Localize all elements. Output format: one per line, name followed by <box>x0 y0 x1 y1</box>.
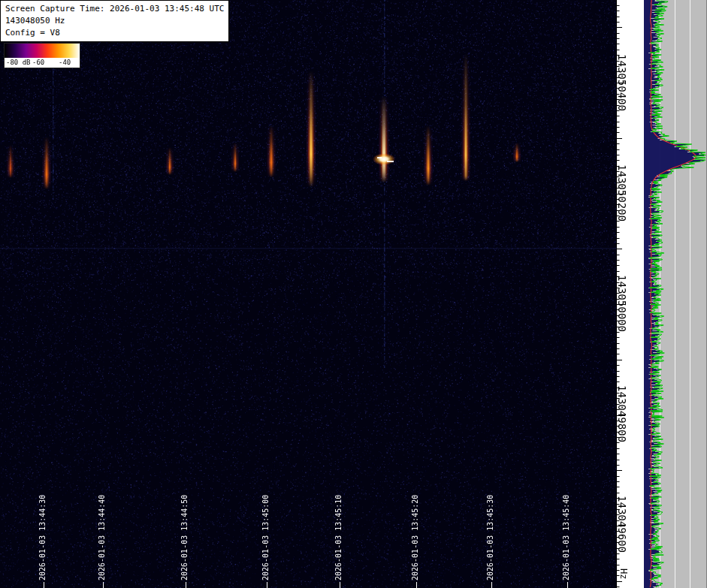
time-tick-label: 2026-01-03 13:44:40 <box>98 495 106 580</box>
time-tick-mark <box>103 582 104 588</box>
colorbar-gradient <box>5 44 80 58</box>
capture-info-box: Screen Capture Time: 2026-01-03 13:45:48… <box>0 0 229 42</box>
freq-tick-label: 143050000 <box>616 275 628 332</box>
colorbar-label: -80 dB <box>6 59 31 66</box>
frequency-labels: 1430504001430502001430500001430498001430… <box>616 0 644 588</box>
frequency-ruler: 1430504001430502001430500001430498001430… <box>616 0 644 588</box>
time-tick-mark <box>267 582 267 588</box>
frequency-unit-label: Hz <box>618 568 629 579</box>
freq-tick-label: 143049600 <box>616 496 628 553</box>
time-tick-mark <box>340 582 340 588</box>
freq-tick-label: 143050200 <box>616 164 628 222</box>
time-tick-label: 2026-01-03 13:44:30 <box>38 495 47 580</box>
freq-tick-label: 143049800 <box>616 385 628 442</box>
time-tick-mark <box>416 582 417 588</box>
center-frequency-text: 143048050 Hz <box>5 15 224 27</box>
time-tick-label: 2026-01-03 13:45:10 <box>334 495 343 580</box>
spectrogram-screen-capture: 2026-01-03 13:44:302026-01-03 13:44:4020… <box>0 0 707 588</box>
time-tick-label: 2026-01-03 13:45:20 <box>411 495 419 580</box>
time-tick-mark <box>186 582 186 588</box>
freq-tick-label: 143050400 <box>616 54 628 111</box>
colorbar-label: -60 <box>32 59 44 66</box>
time-tick-label: 2026-01-03 13:44:50 <box>180 495 189 580</box>
time-tick-label: 2026-01-03 13:45:40 <box>562 495 570 580</box>
time-tick-label: 2026-01-03 13:45:00 <box>261 495 270 580</box>
capture-time-text: Screen Capture Time: 2026-01-03 13:45:48… <box>5 3 224 15</box>
time-tick-mark <box>491 582 492 588</box>
colorbar-label: -40 <box>59 59 71 66</box>
colorbar-scale-labels: -80 dB-60-40 <box>5 58 80 68</box>
time-tick-mark <box>567 582 568 588</box>
time-axis: 2026-01-03 13:44:302026-01-03 13:44:4020… <box>0 0 616 588</box>
time-tick-mark <box>44 582 44 588</box>
db-colorbar: -80 dB-60-40 <box>4 43 80 68</box>
spectrum-panel-canvas <box>644 0 707 588</box>
config-text: Config = V8 <box>5 27 224 39</box>
time-tick-label: 2026-01-03 13:45:30 <box>486 495 494 580</box>
